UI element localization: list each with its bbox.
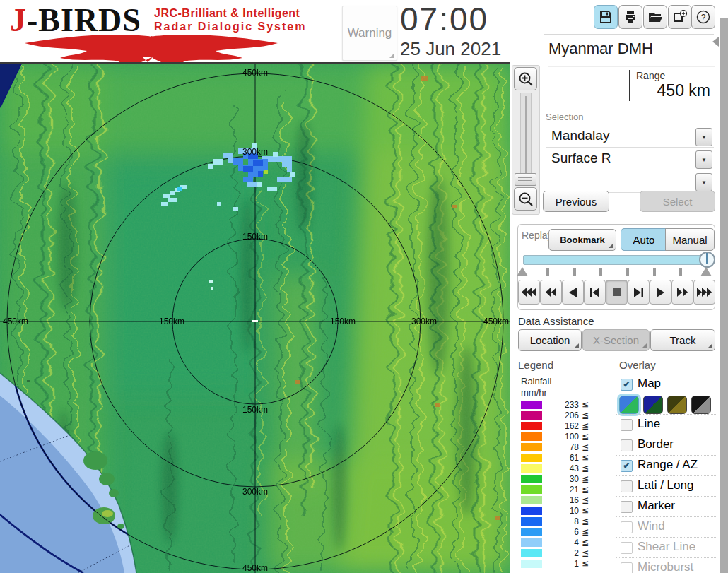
panel-splitter[interactable] (720, 18, 728, 573)
legend-row: 162≦ (521, 421, 606, 432)
legend-value: 78 (548, 442, 579, 452)
capture-add-button[interactable] (668, 5, 692, 29)
map-zoom-strip (512, 65, 540, 215)
legend-value: 16 (548, 495, 579, 505)
logo-tagline-1: JRC-Brilliant & Intelligent (154, 7, 300, 20)
stop-button[interactable] (606, 280, 628, 305)
overlay-row-microburst: Microburst (616, 557, 717, 573)
overlay-row-border[interactable]: Border (616, 435, 717, 456)
step-back-button[interactable] (584, 280, 606, 305)
overlay-row-lati-long[interactable]: Lati / Long (616, 475, 717, 497)
legend-row: 43≦ (521, 463, 606, 474)
play-reverse-button[interactable] (562, 280, 584, 305)
manual-label: Manual (672, 234, 707, 246)
overlay-row-range-az[interactable]: ✔ Range / AZ (616, 455, 717, 476)
dropdown-station[interactable]: Mandalay ▼ (546, 126, 714, 148)
dropdown-product[interactable]: Surface R ▼ (546, 148, 714, 170)
legend-row: 4≦ (521, 538, 606, 548)
zoom-slider-track[interactable] (520, 93, 532, 184)
manual-button[interactable]: Manual (665, 228, 715, 251)
ring-label-top-300: 300km (242, 147, 268, 157)
legend-swatch (521, 464, 542, 473)
legend-swatch (521, 411, 542, 420)
zoom-out-button[interactable] (514, 187, 537, 211)
legend-value: 61 (548, 453, 579, 463)
overlay-row-map[interactable]: ✔ Map (616, 374, 717, 395)
open-folder-icon (647, 10, 663, 24)
legend-operator: ≦ (582, 463, 589, 473)
legend-operator: ≦ (582, 410, 589, 420)
zoom-in-button[interactable] (514, 67, 537, 90)
replay-slider-track[interactable] (523, 255, 714, 265)
step-forward-button[interactable] (628, 280, 650, 305)
legend-swatch (521, 560, 542, 568)
play-button[interactable] (650, 280, 671, 305)
help-icon: ? (695, 9, 711, 25)
legend-value: 21 (548, 485, 579, 495)
print-button[interactable] (618, 5, 642, 29)
line-checkbox[interactable] (621, 419, 633, 431)
wind-checkbox (621, 521, 633, 533)
step-forward-icon (634, 288, 643, 297)
dropdown-extra-arrow[interactable]: ▼ (695, 173, 712, 191)
range-az-checkbox[interactable]: ✔ (621, 460, 633, 472)
slider-end-marker[interactable] (700, 267, 712, 276)
rewind-button[interactable] (540, 280, 562, 305)
forward-button[interactable] (671, 280, 693, 305)
legend-operator: ≦ (582, 400, 589, 410)
location-button[interactable]: Location (518, 329, 582, 351)
legend-value: 2 (548, 548, 579, 558)
forward-fast-button[interactable] (693, 280, 715, 305)
map-style-swatch-3[interactable] (667, 396, 687, 414)
border-checkbox[interactable] (621, 439, 633, 451)
save-button[interactable] (594, 5, 618, 29)
bookmark-button[interactable]: Bookmark (548, 229, 616, 251)
overlay-item-label: Map (638, 377, 661, 391)
legend-swatch (521, 401, 542, 409)
map-style-swatch-1[interactable] (619, 396, 639, 414)
slider-start-marker[interactable] (517, 267, 528, 276)
legend-unit: mm/hr (521, 387, 547, 398)
help-button[interactable]: ? (691, 5, 715, 29)
auto-button[interactable]: Auto (621, 228, 667, 251)
map-checkbox[interactable]: ✔ (621, 379, 633, 391)
bookmark-label: Bookmark (560, 235, 605, 245)
dropdown-product-arrow[interactable]: ▼ (695, 150, 712, 169)
forward-icon (677, 288, 688, 297)
x-section-button[interactable]: X-Section (582, 329, 650, 351)
zoom-slider-thumb[interactable] (515, 173, 536, 186)
previous-button[interactable]: Previous (543, 191, 609, 212)
legend-value: 100 (548, 432, 579, 442)
overlay-row-line[interactable]: Line (616, 414, 717, 435)
dropdown-station-arrow[interactable]: ▼ (695, 128, 712, 146)
replay-slider-handle[interactable] (699, 252, 715, 268)
legend-swatch (521, 443, 542, 451)
ring-label-right-150: 150km (330, 317, 356, 326)
slider-tick (599, 268, 602, 276)
legend-value: 162 (548, 421, 579, 431)
legend-operator: ≦ (582, 506, 589, 516)
open-folder-button[interactable] (643, 5, 667, 29)
warning-button[interactable]: Warning (342, 6, 397, 61)
legend-value: 43 (548, 463, 579, 473)
map-style-swatch-2[interactable] (643, 396, 663, 414)
legend-row: 78≦ (521, 442, 606, 453)
select-button[interactable]: Select (640, 191, 715, 212)
dropdown-extra[interactable]: ▼ (546, 171, 714, 193)
rewind-fast-button[interactable] (518, 280, 540, 305)
marker-checkbox[interactable] (621, 501, 633, 513)
lati-long-checkbox[interactable] (621, 480, 633, 492)
zoom-in-icon (518, 71, 534, 87)
slider-tick (626, 268, 629, 276)
radar-map[interactable]: 450km 300km 150km 150km 300km 450km 450k… (0, 64, 510, 573)
jbirds-app: 450km 300km 150km 150km 300km 450km 450k… (0, 0, 728, 573)
map-style-swatch-4[interactable] (691, 396, 711, 414)
panel-collapse-icon[interactable] (712, 37, 719, 47)
track-button[interactable]: Track (650, 329, 715, 351)
overlay-row-marker[interactable]: Marker (616, 496, 717, 517)
legend-row: 21≦ (521, 485, 606, 495)
ring-label-right-300: 300km (411, 317, 437, 326)
range-label: Range (636, 70, 665, 81)
legend-operator: ≦ (582, 421, 589, 431)
legend-swatch (521, 517, 542, 526)
